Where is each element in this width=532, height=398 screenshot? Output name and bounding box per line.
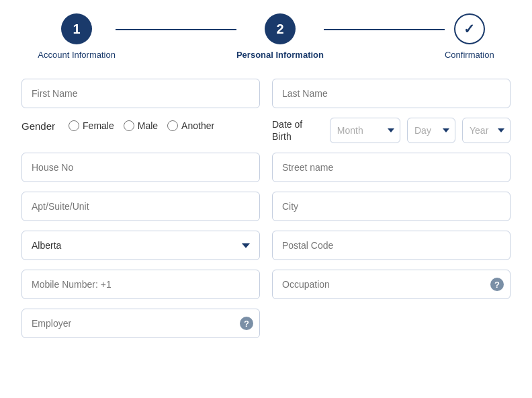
house-no-col <box>21 153 260 182</box>
mobile-occupation-row: ? <box>21 270 511 299</box>
apt-input[interactable] <box>21 192 260 221</box>
step-3: ✓ Confirmation <box>445 13 494 60</box>
dob-year-select[interactable]: Year <box>462 118 511 143</box>
mobile-input[interactable] <box>21 270 260 299</box>
mobile-col <box>21 270 260 299</box>
province-col: Alberta British Columbia Manitoba New Br… <box>21 231 260 260</box>
gender-female-option[interactable]: Female <box>69 120 114 131</box>
city-col <box>272 192 511 221</box>
gender-male-label: Male <box>138 120 158 131</box>
step-3-circle: ✓ <box>454 13 485 44</box>
street-name-col <box>272 153 511 182</box>
gender-female-label: Female <box>83 120 114 131</box>
postal-code-col <box>272 231 511 260</box>
dob-label: Date of Birth <box>272 118 323 143</box>
street-name-input[interactable] <box>272 153 511 182</box>
address-row-1 <box>21 153 511 182</box>
last-name-input[interactable] <box>272 79 511 108</box>
house-no-input[interactable] <box>21 153 260 182</box>
step-3-label: Confirmation <box>445 50 494 60</box>
dob-day-select[interactable]: Day <box>407 118 455 143</box>
occupation-wrap: ? <box>272 270 511 299</box>
first-name-input[interactable] <box>21 79 260 108</box>
employer-col: ? <box>21 309 260 338</box>
dob-col: Date of Birth Month JanuaryFebruaryMarch… <box>272 118 511 143</box>
first-name-col <box>21 79 260 108</box>
province-select[interactable]: Alberta British Columbia Manitoba New Br… <box>21 231 260 260</box>
apt-col <box>21 192 260 221</box>
last-name-col <box>272 79 511 108</box>
employer-help-icon[interactable]: ? <box>240 317 253 330</box>
step-1: 1 Account Information <box>38 13 116 60</box>
stepper: 1 Account Information 2 Personal Informa… <box>16 13 516 60</box>
gender-male-option[interactable]: Male <box>124 120 158 131</box>
gender-label: Gender <box>21 120 55 132</box>
step-2: 2 Personal Information <box>236 13 324 60</box>
personal-info-form: Gender Female Male Another Date of Birth <box>16 79 516 338</box>
employer-input[interactable] <box>21 309 260 338</box>
dob-month-select[interactable]: Month JanuaryFebruaryMarch AprilMayJune … <box>330 118 400 143</box>
gender-female-radio[interactable] <box>69 120 79 131</box>
step-2-label: Personal Information <box>236 50 324 60</box>
gender-another-option[interactable]: Another <box>167 120 214 131</box>
postal-code-input[interactable] <box>272 231 511 260</box>
gender-dob-row: Gender Female Male Another Date of Birth <box>21 118 511 143</box>
occupation-input[interactable] <box>272 270 511 299</box>
name-row <box>21 79 511 108</box>
address-row-3: Alberta British Columbia Manitoba New Br… <box>21 231 511 260</box>
employer-row: ? <box>21 309 511 338</box>
step-line-1 <box>116 29 236 30</box>
gender-group: Gender Female Male Another <box>21 120 260 132</box>
address-row-2 <box>21 192 511 221</box>
occupation-col: ? <box>272 270 511 299</box>
gender-another-label: Another <box>181 120 214 131</box>
dob-group: Date of Birth Month JanuaryFebruaryMarch… <box>272 118 511 143</box>
step-2-circle: 2 <box>265 13 296 44</box>
gender-col: Gender Female Male Another <box>21 120 260 141</box>
gender-another-radio[interactable] <box>167 120 178 131</box>
step-1-circle: 1 <box>61 13 92 44</box>
step-line-2 <box>324 29 445 30</box>
occupation-help-icon[interactable]: ? <box>490 278 504 291</box>
gender-male-radio[interactable] <box>124 120 134 131</box>
step-1-label: Account Information <box>38 50 116 60</box>
city-input[interactable] <box>272 192 511 221</box>
employer-wrap: ? <box>21 309 260 338</box>
